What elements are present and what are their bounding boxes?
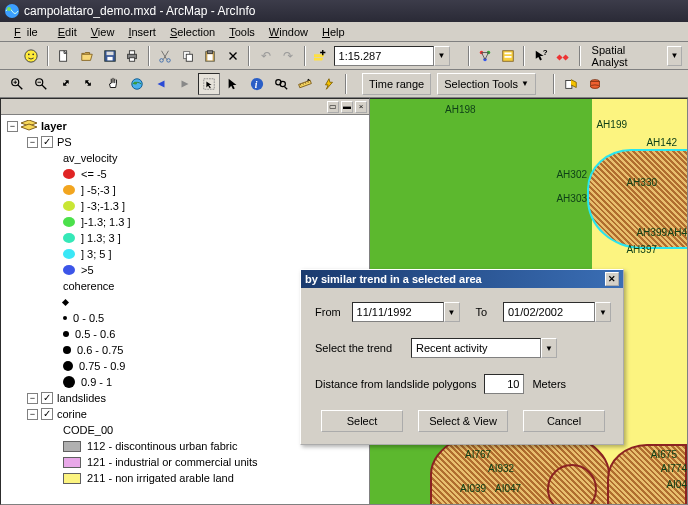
map-scale-input[interactable] [334,46,434,66]
trend-select[interactable]: ▼ [411,338,557,358]
dialog-title-text: by similar trend in a selected area [305,273,482,285]
toc-close-icon[interactable]: × [355,101,367,113]
menu-file[interactable]: File [8,24,50,40]
from-date-picker[interactable]: ▼ [352,302,460,322]
toc-tab-source-icon[interactable]: ▬ [341,101,353,113]
map-feature-label: AH399 [636,227,667,238]
map-feature-label: AI047 [495,483,521,494]
menu-tools[interactable]: Tools [223,24,261,40]
next-extent-icon[interactable] [174,73,196,95]
zoom-out-icon[interactable] [30,73,52,95]
svg-rect-25 [504,52,511,54]
open-icon[interactable] [77,45,98,67]
menu-edit[interactable]: Edit [52,24,83,40]
toc-root-label: layer [41,120,67,132]
chevron-down-icon[interactable]: ▼ [444,302,460,322]
to-date-input[interactable] [503,302,595,322]
chevron-down-icon[interactable]: ▼ [541,338,557,358]
svg-rect-8 [107,56,112,60]
svg-point-2 [25,49,37,61]
menu-window[interactable]: Window [263,24,314,40]
map-scale-dropdown[interactable]: ▼ [334,46,450,66]
redo-icon[interactable]: ↷ [278,45,299,67]
toc-layer-ps[interactable]: − ✓ PS [7,134,367,150]
time-range-button[interactable]: Time range [362,73,431,95]
svg-rect-29 [563,54,569,60]
collapse-icon[interactable]: − [27,409,38,420]
full-extent-icon[interactable] [126,73,148,95]
measure-icon[interactable] [294,73,316,95]
delete-icon[interactable] [223,45,244,67]
undo-icon[interactable]: ↶ [255,45,276,67]
chevron-down-icon[interactable]: ▼ [434,46,450,66]
layer-visibility-checkbox[interactable]: ✓ [41,392,53,404]
new-icon[interactable] [54,45,75,67]
from-date-input[interactable] [352,302,444,322]
select-view-button[interactable]: Select & View [418,410,508,432]
zoom-out-fixed-icon[interactable] [78,73,100,95]
menu-selection[interactable]: Selection [164,24,221,40]
zoom-in-icon[interactable] [6,73,28,95]
prev-extent-icon[interactable] [150,73,172,95]
legend-item: ] 1.3; 3 ] [7,230,367,246]
distance-units-label: Meters [532,378,566,390]
zoom-in-fixed-icon[interactable] [54,73,76,95]
smile-icon[interactable] [21,45,42,67]
catalog-icon[interactable] [497,45,518,67]
trend-input[interactable] [411,338,541,358]
svg-rect-15 [186,54,192,61]
layer-visibility-checkbox[interactable]: ✓ [41,408,53,420]
chevron-down-icon[interactable]: ▼ [667,46,682,66]
map-feature-label: AI04 [666,479,687,490]
help-pointer-icon[interactable]: ? [530,45,551,67]
select-features-icon[interactable] [222,73,244,95]
select-button[interactable]: Select [321,410,403,432]
from-label: From [315,306,352,318]
layer-visibility-checkbox[interactable]: ✓ [41,136,53,148]
select-element-icon[interactable] [198,73,220,95]
save-icon[interactable] [99,45,120,67]
copy-icon[interactable] [177,45,198,67]
collapse-icon[interactable]: − [27,137,38,148]
geoprocessing-icon[interactable] [553,45,574,67]
menubar: File Edit View Insert Selection Tools Wi… [0,22,688,42]
toc-tab-display-icon[interactable]: ▭ [327,101,339,113]
svg-rect-18 [208,54,213,60]
menu-view[interactable]: View [85,24,121,40]
menu-insert[interactable]: Insert [122,24,162,40]
svg-point-13 [167,58,171,62]
pan-icon[interactable] [102,73,124,95]
print-icon[interactable] [122,45,143,67]
spatial-analyst-menu[interactable]: Spatial Analyst [586,42,665,70]
collapse-icon[interactable]: − [7,121,18,132]
menu-help[interactable]: Help [316,24,351,40]
svg-text:i: i [255,78,258,89]
tool-icon-b[interactable] [584,73,606,95]
map-feature-label: AH198 [445,104,476,115]
to-date-picker[interactable]: ▼ [503,302,611,322]
toc-root[interactable]: − layer [7,118,367,134]
cut-icon[interactable] [155,45,176,67]
cancel-button[interactable]: Cancel [523,410,605,432]
legend-item: ] 3; 5 ] [7,246,367,262]
chevron-down-icon[interactable]: ▼ [595,302,611,322]
svg-rect-40 [566,80,572,88]
selection-tools-menu[interactable]: Selection Tools▼ [437,73,536,95]
svg-point-43 [591,84,600,88]
close-icon[interactable]: ✕ [605,272,619,286]
hyperlink-icon[interactable] [318,73,340,95]
svg-point-12 [160,58,164,62]
tool-icon-a[interactable] [560,73,582,95]
collapse-icon[interactable]: − [27,393,38,404]
map-feature-label: AH397 [626,244,657,255]
add-data-icon[interactable] [311,45,332,67]
dialog-titlebar[interactable]: by similar trend in a selected area ✕ [301,270,623,288]
similar-trend-dialog: by similar trend in a selected area ✕ Fr… [300,269,624,445]
paste-icon[interactable] [200,45,221,67]
distance-input[interactable] [484,374,524,394]
find-icon[interactable] [270,73,292,95]
editor-icon[interactable] [475,45,496,67]
trend-label: Select the trend [315,342,411,354]
map-feature-label: AH199 [596,119,627,130]
identify-icon[interactable]: i [246,73,268,95]
